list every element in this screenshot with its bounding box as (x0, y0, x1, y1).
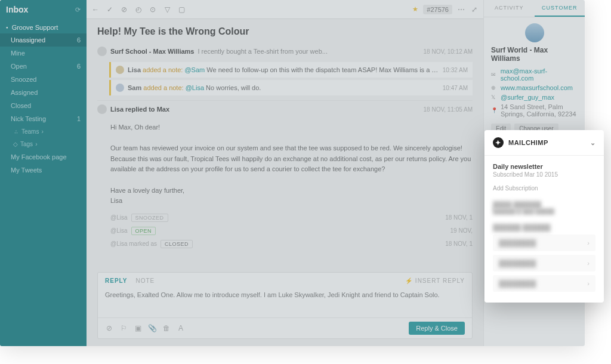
main-panel: ← ✓ ⊘ ◴ ⊙ ▽ ▢ ★ #27576 ⋯ ⤢ Help! My Tee … (87, 0, 483, 346)
sidebar-item-facebook[interactable]: My Facebook page (0, 150, 87, 164)
tab-customer[interactable]: CUSTOMER (535, 0, 585, 17)
image-icon[interactable]: ▣ (134, 324, 142, 332)
compose-tab-note[interactable]: NOTE (135, 277, 155, 284)
mailchimp-header[interactable]: ✦ MAILCHIMP ⌄ (485, 130, 604, 156)
compose-textarea[interactable]: Greetings, Exalted One. Allow me to intr… (98, 288, 472, 317)
blurred-item: ████████› (493, 255, 595, 272)
conversation-thread: Surf School - Max Williams I recently bo… (87, 43, 483, 267)
sidebar-item-snoozed[interactable]: Snoozed (0, 73, 87, 86)
message-reply-body: Hi Max, Oh dear! Our team has reviewed y… (97, 118, 473, 211)
archive-icon[interactable]: ▢ (177, 5, 186, 14)
internal-note[interactable]: Sam added a note: @Lisa No worries, will… (109, 80, 473, 95)
blurred-item: ████████› (493, 275, 595, 292)
mailbox-name[interactable]: Groove Support (0, 21, 87, 33)
blurred-section-label: ██████ ██████ (493, 224, 595, 231)
compose-box: REPLY NOTE ⚡INSERT REPLY Greetings, Exal… (97, 272, 473, 339)
customer-twitter[interactable]: 𝕏@surfer_guy_max (491, 92, 578, 102)
avatar (97, 104, 107, 114)
sidebar-tags[interactable]: ◇Tags› (0, 138, 87, 150)
more-icon[interactable]: ⋯ (457, 5, 465, 14)
pin-icon: 📍 (491, 107, 497, 113)
sidebar-item-tweets[interactable]: My Tweets (0, 164, 87, 177)
trash-icon[interactable]: 🗑 (162, 324, 171, 332)
inbox-sidebar: Inbox ⟳ Groove Support Unassigned6 Mine … (0, 0, 87, 346)
sidebar-item-open[interactable]: Open6 (0, 60, 87, 73)
twitter-icon: 𝕏 (491, 94, 497, 100)
avatar (116, 66, 124, 74)
sidebar-item-nick-testing[interactable]: Nick Testing1 (0, 112, 87, 125)
format-icon[interactable]: A (177, 324, 185, 332)
tag-icon[interactable]: ⊘ (120, 5, 128, 14)
filter-icon[interactable]: ▽ (163, 5, 171, 14)
sidebar-item-mine[interactable]: Mine (0, 47, 87, 60)
globe-icon: ⊕ (491, 85, 497, 91)
chevron-down-icon[interactable]: ⌄ (590, 139, 596, 147)
sidebar-item-closed[interactable]: Closed (0, 99, 87, 112)
back-icon[interactable]: ← (91, 5, 100, 14)
compose-tab-reply[interactable]: REPLY (105, 277, 127, 284)
tag-icon: ◇ (13, 141, 18, 147)
customer-name: Surf World - Max Williams (491, 46, 578, 63)
blurred-section-label: ████ ██████ (493, 201, 595, 208)
insert-reply-button[interactable]: ⚡INSERT REPLY (405, 277, 465, 284)
expand-icon[interactable]: ⤢ (470, 5, 479, 14)
status-event: @Lisa marked asCLOSED18 NOV, 1 (97, 237, 473, 251)
clock-icon[interactable]: ◴ (134, 5, 143, 14)
mail-icon: ✉ (491, 72, 497, 78)
tab-activity[interactable]: ACTIVITY (484, 0, 535, 17)
customer-address: 📍14 Sand Street, Palm Springs, Californi… (491, 102, 578, 119)
newsletter-name: Daily newsletter (493, 163, 595, 170)
ticket-number[interactable]: #27576 (423, 5, 452, 14)
assign-icon[interactable]: ⚐ (119, 324, 128, 332)
customer-avatar (525, 23, 544, 42)
lightning-icon: ⚡ (405, 277, 413, 284)
avatar (116, 84, 124, 92)
mailchimp-icon: ✦ (493, 137, 504, 148)
customer-website[interactable]: ⊕www.maxsurfschool.com (491, 83, 578, 92)
message-original[interactable]: Surf School - Max Williams I recently bo… (97, 43, 473, 60)
subscription-date: Subscribed Mar 10 2015 (493, 171, 595, 178)
add-subscription-button[interactable]: Add Subscription (493, 185, 595, 192)
status-event: @LisaOPEN19 NOV, (97, 224, 473, 237)
ticket-title: Help! My Tee is the Wrong Colour (87, 19, 483, 43)
message-reply-header[interactable]: Lisa replied to Max 18 NOV, 11:05 AM (97, 100, 473, 118)
star-icon[interactable]: ★ (412, 5, 418, 13)
status-event: @LisaSNOOZED18 NOV, 1 (97, 211, 473, 224)
tag-icon[interactable]: ⊘ (105, 324, 113, 332)
sidebar-item-unassigned[interactable]: Unassigned6 (0, 33, 87, 47)
refresh-icon[interactable]: ⟳ (75, 6, 81, 14)
attach-icon[interactable]: 📎 (148, 324, 156, 332)
avatar (97, 47, 107, 56)
mailchimp-widget: ✦ MAILCHIMP ⌄ Daily newsletter Subscribe… (485, 130, 604, 303)
internal-note[interactable]: Lisa added a note: @Sam We need to follo… (109, 62, 473, 78)
sidebar-teams[interactable]: ⛬Teams› (0, 125, 87, 138)
team-icon: ⛬ (13, 128, 19, 135)
blurred-item: ████████› (493, 235, 595, 251)
ticket-toolbar: ← ✓ ⊘ ◴ ⊙ ▽ ▢ ★ #27576 ⋯ ⤢ (87, 0, 483, 19)
reply-close-button[interactable]: Reply & Close (409, 322, 465, 335)
sidebar-title: Inbox (6, 5, 28, 14)
sidebar-item-assigned[interactable]: Assigned (0, 86, 87, 99)
assign-icon[interactable]: ⊙ (149, 5, 157, 14)
check-icon[interactable]: ✓ (106, 5, 114, 14)
customer-email[interactable]: ✉max@max-surf-school.com (491, 66, 578, 83)
